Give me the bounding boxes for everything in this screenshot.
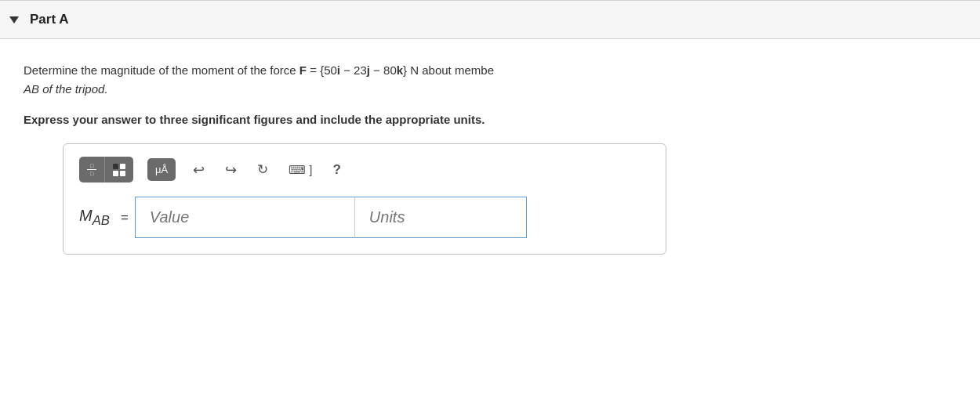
fraction-icon-2: [113, 164, 125, 176]
reset-button[interactable]: ↻: [254, 160, 271, 179]
answer-box: □ □: [63, 143, 666, 255]
help-button[interactable]: ?: [330, 161, 344, 179]
toolbar: □ □: [79, 157, 650, 183]
problem-equals: = {50: [307, 63, 337, 77]
problem-minus1: − 23: [340, 63, 367, 77]
input-row: MAB =: [79, 197, 650, 238]
problem-line1-after: } N about membe: [403, 63, 494, 77]
value-input[interactable]: [135, 197, 354, 238]
problem-minus2: − 80: [370, 63, 397, 77]
part-title: Part A: [30, 12, 68, 27]
answer-instruction: Express your answer to three significant…: [24, 113, 956, 126]
part-header: Part A: [0, 1, 980, 39]
fraction-button-2[interactable]: [105, 157, 133, 183]
mab-sub: AB: [93, 213, 110, 228]
chevron-down-icon[interactable]: [9, 16, 19, 23]
content-area: Determine the magnitude of the moment of…: [0, 39, 980, 270]
undo-button[interactable]: ↩: [190, 160, 208, 180]
equals-sign: =: [121, 210, 129, 226]
problem-line1-before: Determine the magnitude of the moment of…: [24, 63, 299, 77]
force-F: F: [299, 63, 307, 77]
fraction-buttons-group: □ □: [79, 157, 133, 183]
mu-label: μÅ: [155, 164, 168, 175]
vector-k: k: [397, 63, 403, 77]
mab-label: MAB: [79, 207, 110, 229]
problem-text: Determine the magnitude of the moment of…: [24, 61, 956, 99]
page-container: Part A Determine the magnitude of the mo…: [0, 0, 980, 412]
problem-line2: AB of the tripod.: [24, 82, 108, 96]
mu-button[interactable]: μÅ: [147, 158, 176, 181]
fraction-icon-1: □ □: [87, 163, 96, 176]
keyboard-button[interactable]: ⌨ ]: [285, 161, 315, 179]
fraction-button-1[interactable]: □ □: [79, 157, 105, 183]
units-input[interactable]: [354, 197, 527, 238]
redo-button[interactable]: ↪: [222, 160, 240, 180]
